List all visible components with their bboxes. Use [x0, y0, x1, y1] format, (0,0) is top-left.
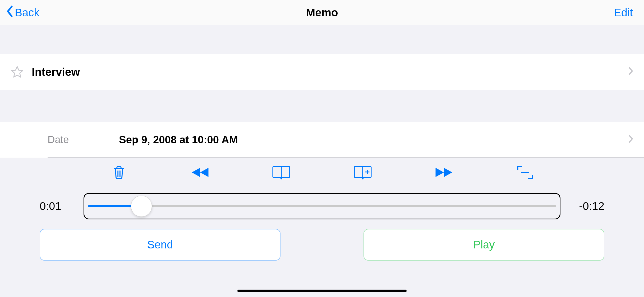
chevron-right-icon: [628, 134, 633, 145]
fast-forward-icon: [435, 167, 453, 180]
svg-marker-12: [444, 168, 452, 177]
home-indicator[interactable]: [237, 290, 407, 292]
memo-title: Interview: [32, 66, 80, 78]
memo-title-row[interactable]: Interview: [0, 54, 644, 90]
trash-icon: [113, 165, 125, 182]
scrubber[interactable]: [84, 193, 560, 219]
send-button[interactable]: Send: [40, 229, 280, 261]
rewind-icon: [191, 167, 209, 180]
add-bookmark-icon: [353, 165, 372, 182]
rewind-button[interactable]: [190, 166, 211, 181]
scrubber-track: [88, 205, 556, 207]
svg-marker-11: [435, 168, 444, 177]
play-button[interactable]: Play: [364, 229, 604, 261]
svg-marker-4: [192, 168, 200, 177]
date-value: Sep 9, 2008 at 10:00 AM: [119, 134, 238, 146]
svg-marker-0: [12, 67, 23, 77]
page-title: Memo: [306, 6, 338, 19]
back-button[interactable]: Back: [6, 6, 39, 20]
trim-button[interactable]: [514, 166, 536, 181]
edit-button[interactable]: Edit: [614, 6, 633, 19]
add-bookmark-button[interactable]: [352, 166, 373, 181]
chevron-right-icon: [628, 67, 633, 78]
bookmarks-icon: [272, 165, 291, 182]
player-controls: 0:01 -0:12 Send Play: [0, 158, 644, 261]
remaining-time: -0:12: [573, 200, 604, 213]
navigation-bar: Back Memo Edit: [0, 0, 644, 25]
trash-button[interactable]: [108, 166, 130, 181]
player-toolbar: [106, 166, 538, 181]
chevron-left-icon: [6, 6, 13, 20]
star-icon[interactable]: [11, 65, 24, 79]
scrubber-thumb[interactable]: [131, 196, 152, 217]
trim-icon: [517, 166, 533, 181]
fast-forward-button[interactable]: [433, 166, 454, 181]
date-row[interactable]: Date Sep 9, 2008 at 10:00 AM: [0, 122, 644, 158]
bookmarks-button[interactable]: [271, 166, 292, 181]
date-label: Date: [48, 134, 119, 145]
back-label: Back: [15, 6, 39, 19]
elapsed-time: 0:01: [40, 200, 71, 213]
svg-marker-3: [200, 168, 209, 177]
